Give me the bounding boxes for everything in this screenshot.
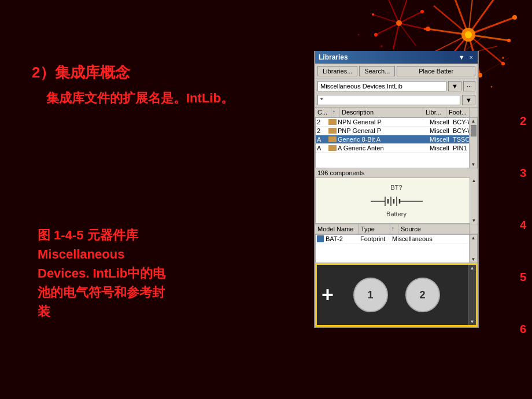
model-row-1[interactable]: BAT-2 Footprint Miscellaneous: [316, 235, 477, 243]
pad-2: 2: [405, 278, 440, 312]
comp-icon-4: [328, 145, 337, 151]
library-select-row: Miscellaneous Devices.IntLib ▼ ···: [315, 79, 478, 93]
annotation-6: 6: [520, 323, 526, 336]
scroll-down-arrow[interactable]: ▼: [471, 161, 476, 168]
plus-sign: +: [322, 283, 334, 307]
model-scroll-up[interactable]: ▲: [471, 235, 476, 241]
preview-scrollbar[interactable]: ▲ ▼: [470, 178, 478, 224]
titlebar-controls: ▼ ×: [457, 54, 474, 61]
list-scrollbar[interactable]: ▲ ▼: [469, 118, 477, 168]
battery-schematic: [368, 193, 426, 209]
model-table-header: Model Name Type ↑ Source: [315, 224, 478, 234]
comp-row-3[interactable]: A Generic 8-Bit A Miscell TSSO5: [316, 135, 477, 144]
annotation-5: 5: [520, 271, 526, 284]
model-col-source[interactable]: Source: [398, 224, 470, 234]
library-options-button[interactable]: ···: [463, 81, 475, 91]
comp-row-4[interactable]: A A Generic Anten Miscell PIN1: [316, 144, 477, 153]
panel-titlebar: Libraries ▼ ×: [315, 51, 478, 64]
comp-icon-3: [328, 136, 337, 142]
figure-caption: 图 1-4-5 元器件库 Miscellaneous Devices. IntL…: [38, 226, 165, 321]
component-table-header: C... ↑ Description Libr... Foot...: [315, 107, 478, 117]
col-header-desc[interactable]: Description: [339, 108, 423, 117]
pad-1: 1: [353, 278, 388, 312]
comp-row-1[interactable]: 2 NPN General P Miscell BCY-W: [316, 118, 477, 127]
scroll-header-spacer: [470, 108, 478, 117]
scroll-up-arrow[interactable]: ▲: [471, 118, 476, 124]
comp-icon-2: [328, 128, 337, 134]
filter-input[interactable]: [317, 95, 460, 105]
foot-scroll-down[interactable]: ▼: [470, 319, 475, 325]
preview-container: BT? Battery: [315, 178, 478, 224]
comp-icon-1: [328, 119, 337, 125]
comp-row-2[interactable]: 2 PNP General P Miscell BCY-W: [316, 127, 477, 135]
model-scroll-spacer: [470, 224, 478, 234]
preview-scroll-down[interactable]: ▼: [471, 217, 477, 224]
model-icon-1: [317, 235, 324, 242]
component-count: 196 components: [315, 168, 478, 178]
dropdown-arrow[interactable]: ▼: [448, 81, 461, 91]
model-scroll-down[interactable]: ▼: [471, 256, 476, 263]
libraries-button[interactable]: Libraries...: [317, 66, 357, 76]
col-header-lib[interactable]: Libr...: [423, 108, 446, 117]
model-sort-icon[interactable]: ↑: [390, 224, 398, 234]
pin-button[interactable]: ▼: [457, 54, 466, 61]
foot-scroll-up[interactable]: ▲: [470, 265, 475, 271]
model-col-type[interactable]: Type: [359, 224, 390, 234]
annotation-3: 3: [520, 167, 526, 180]
col-header-count: C...: [315, 108, 331, 117]
component-list[interactable]: 2 NPN General P Miscell BCY-W 2 PNP Gene…: [315, 117, 478, 168]
library-dropdown[interactable]: Miscellaneous Devices.IntLib: [317, 81, 446, 91]
search-button[interactable]: Search...: [359, 66, 395, 76]
preview-scroll-up[interactable]: ▲: [471, 178, 477, 184]
model-scrollbar[interactable]: ▲ ▼: [469, 235, 477, 263]
heading-label: 2）集成库概念: [32, 62, 130, 83]
preview-area: BT? Battery: [315, 178, 478, 224]
filter-row: ▼: [315, 93, 478, 107]
preview-name-label: Battery: [386, 210, 407, 217]
preview-ref-label: BT?: [390, 184, 402, 191]
filter-dropdown-btn[interactable]: ▼: [462, 95, 475, 105]
place-batter-button[interactable]: Place Batter: [397, 66, 475, 76]
footprint-preview: + 1 2 ▲ ▼: [315, 263, 478, 327]
col-header-foot[interactable]: Foot...: [446, 108, 470, 117]
annotation-2: 2: [520, 114, 526, 128]
col-sort-icon[interactable]: ↑: [331, 108, 339, 117]
model-list[interactable]: BAT-2 Footprint Miscellaneous ▲ ▼: [315, 234, 478, 263]
toolbar-row: Libraries... Search... Place Batter: [315, 64, 478, 79]
libraries-panel: Libraries ▼ × Libraries... Search... Pla…: [314, 51, 479, 328]
scroll-thumb[interactable]: [471, 125, 476, 136]
panel-title: Libraries: [319, 53, 348, 61]
sub-heading-label: 集成库文件的扩展名是。IntLib。: [46, 90, 234, 107]
close-button[interactable]: ×: [468, 54, 474, 61]
battery-symbol: BT? Battery: [368, 184, 426, 217]
annotation-4: 4: [520, 219, 526, 232]
model-col-name[interactable]: Model Name: [315, 224, 359, 234]
footprint-scrollbar[interactable]: ▲ ▼: [468, 265, 476, 325]
